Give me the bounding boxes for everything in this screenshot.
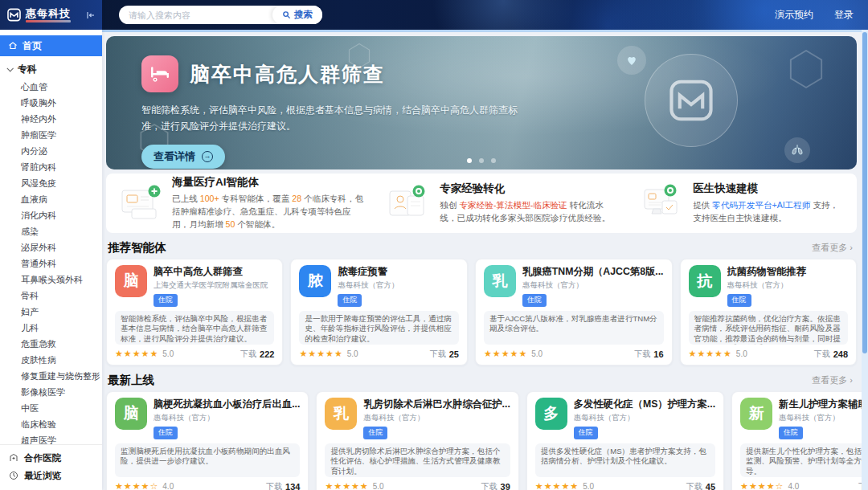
sidebar-group-label: 专科 — [18, 63, 37, 76]
download-count: 39 — [501, 482, 510, 490]
download-count: 248 — [833, 349, 848, 359]
agent-card[interactable]: 新 新生儿护理方案辅助支持 惠每科技（官方） 住院 提供新生儿个性化护理方案，包… — [731, 391, 868, 490]
carousel-dot[interactable] — [467, 158, 472, 163]
star-rating-icons: ★★★★☆ — [115, 482, 158, 490]
sidebar-item-dept[interactable]: 儿科 — [0, 320, 102, 336]
agent-title: 脑卒中高危人群筛查 — [154, 265, 274, 279]
star-rating-icons: ★★★★★ — [484, 349, 527, 358]
sidebar-item-dept[interactable]: 内分泌 — [0, 143, 102, 159]
agent-title: 脓毒症预警 — [338, 265, 458, 279]
feature-text: 已上线 100+ 专科智能体，覆盖 28 个临床专科，包括肿瘤精准诊疗、急危重症… — [172, 193, 366, 231]
download-count: 16 — [653, 349, 663, 359]
sidebar-item-dept[interactable]: 危重急救 — [0, 336, 102, 352]
download-label: 下载 — [481, 481, 497, 490]
download-count: 222 — [260, 349, 274, 359]
section-title: 推荐智能体 — [108, 240, 166, 255]
login-link[interactable]: 登录 — [834, 8, 854, 22]
feature-rapid-modeling: 医生快速建模 提供 零代码开发平台+AI工程师 支持，支持医生自主快速建模。 — [630, 182, 854, 225]
demo-booking-link[interactable]: 演示预约 — [775, 8, 813, 22]
sidebar-item-home[interactable]: 首页 — [0, 35, 102, 56]
sidebar-item-dept[interactable]: 神经内外 — [0, 111, 102, 127]
rating-value: 5.0 — [736, 349, 747, 358]
agent-card[interactable]: 乳 乳房切除术后淋巴水肿综合征护... 惠每科技（官方） 住院 提供乳房切除术后… — [316, 391, 518, 490]
download-count: 134 — [285, 482, 300, 490]
top-navbar: 搜索 演示预约 登录 — [0, 0, 868, 30]
chevron-right-icon: › — [850, 375, 853, 385]
agent-title: 抗菌药物智能推荐 — [727, 265, 848, 279]
sidebar-item-dept[interactable]: 感染 — [0, 223, 102, 239]
sidebar-item-dept[interactable]: 耳鼻喉头颈外科 — [0, 272, 102, 288]
sidebar-item-dept[interactable]: 修复重建与烧伤整形 — [0, 368, 102, 384]
agent-card[interactable]: 脓 脓毒症预警 惠每科技（官方） 住院 是一款用于脓毒症预警的评估工具，通过病史… — [290, 259, 467, 365]
agent-card[interactable]: 脑 脑卒中高危人群筛查 上海交通大学医学院附属瑞金医院 住院 智能筛检系统，评估… — [106, 259, 283, 365]
agent-description: 基于AJCC第八版标准，对乳腺癌患者进行TNM分期及综合评估。 — [484, 311, 664, 345]
partner-hospitals-label: 合作医院 — [24, 452, 61, 464]
sidebar-item-dept[interactable]: 风湿免疫 — [0, 175, 102, 191]
view-more-link[interactable]: 查看更多› — [812, 242, 853, 254]
sidebar: 惠每科技 首页 专科 心血管 呼吸胸外 神经内外 肿瘤医学 内分泌 肾脏内科 风… — [0, 0, 102, 490]
agent-title: 脑梗死抗凝抗血小板治疗后出血... — [154, 398, 300, 411]
sidebar-item-dept[interactable]: 泌尿外科 — [0, 239, 102, 255]
hero-banner[interactable]: 脑卒中高危人群筛查 智能筛检系统，评估脑卒中风险，根据患者基本信息与病情，结合脑… — [106, 36, 857, 169]
rating-value: 5.0 — [531, 349, 542, 358]
agent-title: 乳腺癌TNM分期（AJCC第8版... — [522, 265, 664, 279]
download-label: 下载 — [634, 349, 650, 360]
chevron-right-icon: › — [850, 243, 853, 252]
carousel-dot[interactable] — [491, 158, 496, 163]
inpatient-tag: 住院 — [727, 294, 751, 307]
vertical-scrollbar[interactable] — [862, 30, 868, 490]
agent-icon: 乳 — [325, 398, 357, 430]
sidebar-item-dept[interactable]: 妇产 — [0, 304, 102, 320]
agent-card[interactable]: 抗 抗菌药物智能推荐 惠每科技（官方） 住院 智能推荐抗菌药物，优化治疗方案。依… — [680, 259, 857, 365]
download-label: 下载 — [430, 349, 446, 360]
scrollbar-thumb[interactable] — [862, 32, 867, 353]
sidebar-item-dept[interactable]: 临床检验 — [0, 416, 102, 432]
agent-description: 提供多发性硬化症（MS）患者护理方案支持，包括病情分析、护理计划及个性化建议。 — [535, 443, 715, 477]
agent-icon: 脑 — [115, 265, 147, 297]
feature-title: 海量医疗AI智能体 — [172, 175, 366, 190]
sidebar-item-dept[interactable]: 血液病 — [0, 191, 102, 207]
arrow-right-icon: → — [202, 151, 213, 162]
agent-card[interactable]: 多 多发性硬化症（MS）护理方案... 惠每科技（官方） 住院 提供多发性硬化症… — [526, 391, 724, 490]
brand-tagline — [26, 20, 71, 22]
view-details-button[interactable]: 查看详情 → — [141, 145, 225, 169]
search-button[interactable]: 搜索 — [272, 6, 322, 24]
sidebar-item-dept[interactable]: 骨科 — [0, 288, 102, 304]
banner-description: 智能筛检系统，评估脑卒中风险，根据患者基本信息与病情，结合脑卒中高危人群筛查标准… — [141, 102, 535, 135]
download-label: 下载 — [686, 481, 702, 490]
sidebar-item-dept[interactable]: 心血管 — [0, 79, 102, 95]
clock-icon — [9, 471, 18, 480]
section-header-latest: 最新上线 查看更多› — [108, 373, 853, 387]
sidebar-item-recent-views[interactable]: 最近浏览 — [0, 467, 102, 484]
sidebar-group-specialty[interactable]: 专科 — [0, 59, 102, 79]
star-rating-icons: ★★★★★ — [325, 482, 368, 490]
agent-org: 惠每科技（官方） — [338, 280, 458, 291]
view-more-link[interactable]: 查看更多› — [812, 374, 853, 386]
brand-logo-area[interactable]: 惠每科技 — [0, 0, 102, 30]
sidebar-item-dept[interactable]: 普通外科 — [0, 255, 102, 272]
sidebar-item-dept[interactable]: 肿瘤医学 — [0, 127, 102, 143]
rating-value: 4.0 — [162, 482, 174, 490]
sidebar-item-partner-hospitals[interactable]: 合作医院 — [0, 449, 102, 467]
inpatient-tag: 住院 — [154, 294, 178, 307]
carousel-dot[interactable] — [479, 158, 484, 163]
agent-description: 提供乳房切除术后淋巴水肿综合护理方案，包括个性化评估、核心护理措施、生活方式管理… — [325, 443, 510, 477]
sidebar-item-dept[interactable]: 呼吸胸外 — [0, 95, 102, 111]
search-bar: 搜索 — [119, 6, 322, 24]
agent-card[interactable]: 脑 脑梗死抗凝抗血小板治疗后出血... 惠每科技（官方） 住院 监测脑梗死后使用… — [106, 391, 309, 490]
sidebar-item-dept[interactable]: 影像核医学 — [0, 384, 102, 400]
agent-icon: 多 — [535, 398, 567, 430]
feature-strip: 海量医疗AI智能体 已上线 100+ 专科智能体，覆盖 28 个临床专科，包括肿… — [106, 174, 857, 233]
inpatient-tag: 住院 — [779, 427, 803, 439]
section-header-recommended: 推荐智能体 查看更多› — [108, 240, 853, 255]
rating-value: 5.0 — [162, 349, 174, 358]
sidebar-item-dept[interactable]: 皮肤性病 — [0, 352, 102, 368]
agent-card[interactable]: 乳 乳腺癌TNM分期（AJCC第8版... 惠每科技（官方） 住院 基于AJCC… — [475, 259, 673, 365]
feature-title: 专家经验转化 — [440, 182, 619, 196]
sidebar-item-dept[interactable]: 中医 — [0, 400, 102, 416]
sidebar-collapse-icon[interactable] — [86, 10, 96, 20]
sidebar-item-dept[interactable]: 肾脏内科 — [0, 159, 102, 175]
agent-icon: 抗 — [689, 265, 721, 297]
agent-org: 惠每科技（官方） — [574, 413, 715, 423]
sidebar-item-dept[interactable]: 消化内科 — [0, 207, 102, 223]
